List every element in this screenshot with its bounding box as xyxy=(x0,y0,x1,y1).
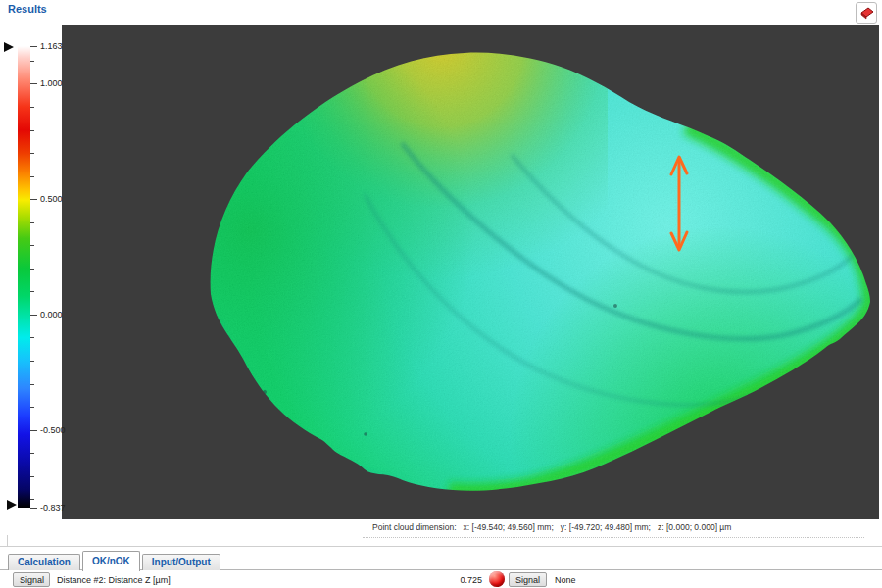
signal1-description: Distance #2: Distance Z [µm] xyxy=(57,575,171,585)
signal1-button[interactable]: Signal 1 xyxy=(13,572,50,587)
colorbar-tick-label: 1.163 xyxy=(40,41,63,51)
point-cloud-object xyxy=(62,24,879,519)
colorbar-tick xyxy=(30,199,37,200)
results-panel: Results xyxy=(0,0,882,588)
signal5-description: None xyxy=(555,575,576,585)
colorbar-tick xyxy=(30,269,34,270)
bottom-tab-strip: Calculation OK/nOK Input/Output xyxy=(8,550,222,570)
colorbar-min-marker[interactable] xyxy=(7,500,17,510)
colorbar-tick xyxy=(30,430,37,431)
colorbar-tick xyxy=(30,291,34,292)
signal-row: Signal 1 Distance #2: Distance Z [µm] 0.… xyxy=(0,571,882,588)
signal1-value: 0.725 xyxy=(453,575,482,585)
surface-view-button[interactable] xyxy=(856,2,877,24)
colorbar-tick xyxy=(30,499,34,500)
colorbar-tick-label: 1.000 xyxy=(40,78,63,88)
colorbar-tick xyxy=(30,176,34,177)
tab-ok-nok[interactable]: OK/nOK xyxy=(82,551,140,571)
colorbar-tick xyxy=(30,153,34,154)
colorbar-tick xyxy=(30,46,37,47)
status-line: Point cloud dimension: x: [-49.540; 49.5… xyxy=(372,522,731,532)
colorbar-tick-label: -0.837 xyxy=(40,503,66,513)
separator-line xyxy=(0,546,882,547)
colorbar-tick xyxy=(30,361,34,362)
colorbar-tick xyxy=(30,508,37,509)
red-surface-icon xyxy=(858,4,875,22)
page-title: Results xyxy=(8,3,47,15)
tab-input-output[interactable]: Input/Output xyxy=(142,554,220,570)
colorbar-tick-label: -0.500 xyxy=(40,425,66,435)
colorbar-tick xyxy=(30,337,34,338)
panel-corner-line xyxy=(7,535,8,546)
tab-calculation[interactable]: Calculation xyxy=(8,554,80,570)
splitter-handle[interactable] xyxy=(363,537,864,538)
signal5-button[interactable]: Signal 5 xyxy=(509,572,547,587)
colorbar-tick xyxy=(30,315,37,316)
status-led-nok xyxy=(489,571,505,587)
colorbar-tick xyxy=(30,407,34,408)
colorbar-tick xyxy=(30,61,34,62)
colorbar-tick xyxy=(30,384,34,385)
colorbar-tick-label: 0.000 xyxy=(40,310,63,319)
colorbar-tick xyxy=(30,453,34,454)
colorbar-tick xyxy=(30,130,34,131)
colorbar-tick xyxy=(30,107,34,108)
colorbar-tick xyxy=(30,245,34,246)
point-cloud-viewport[interactable] xyxy=(62,24,879,519)
colorbar-tick xyxy=(30,476,34,477)
colorbar-gradient xyxy=(18,46,30,508)
colorbar-tick xyxy=(30,83,37,84)
colorbar-tick xyxy=(30,222,34,223)
colorbar-tick-label: 0.500 xyxy=(40,194,63,204)
colorbar-max-marker[interactable] xyxy=(4,42,14,52)
